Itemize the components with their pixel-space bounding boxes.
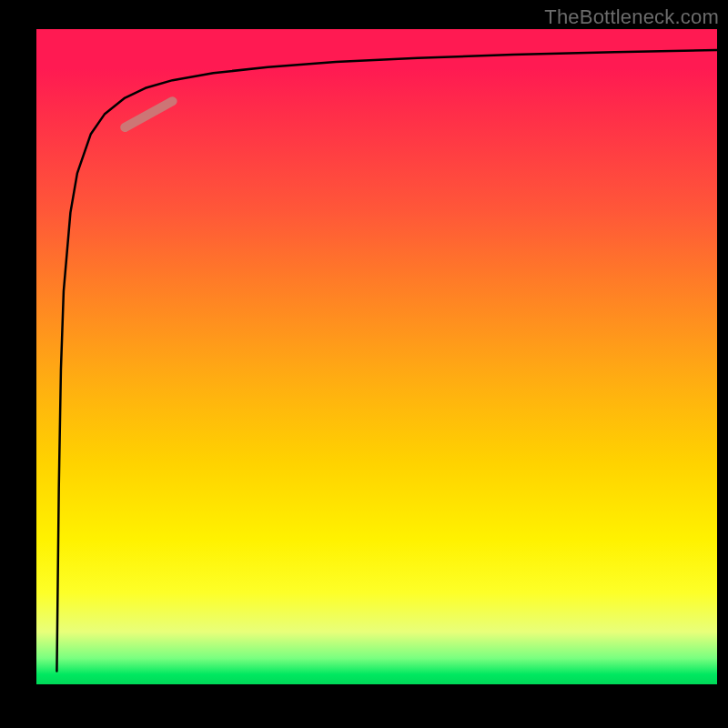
- chart-svg: [36, 29, 717, 684]
- chart-curve: [56, 50, 717, 672]
- watermark-text: TheBottleneck.com: [544, 5, 719, 29]
- chart-marker-segment: [125, 101, 172, 127]
- chart-plot-area: [36, 29, 717, 684]
